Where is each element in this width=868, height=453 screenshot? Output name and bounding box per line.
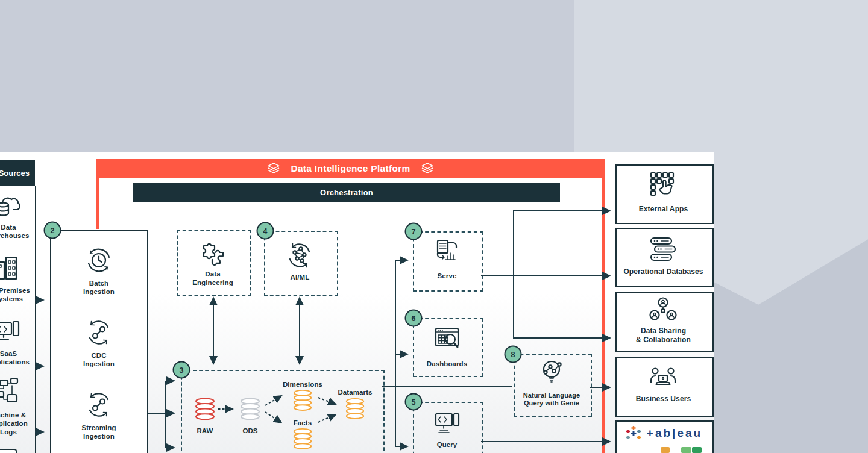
orchestration-bar: Orchestration (133, 183, 560, 202)
raw-cylinder (193, 398, 216, 423)
step-badge-7: 7 (405, 223, 423, 240)
query-label: Query (413, 440, 481, 449)
genie-bulb-icon (538, 358, 567, 387)
facts-label: Facts (278, 419, 327, 427)
dashboards-icon (432, 324, 462, 354)
partial-logo-green-light (681, 447, 691, 453)
step-badge-5: 5 (405, 393, 423, 411)
data-sources-header: Data Sources (0, 160, 35, 186)
query-icon (432, 410, 462, 440)
cdc-ingestion-label: CDC Ingestion (63, 351, 135, 368)
source-partial-icon (0, 449, 17, 453)
partial-logo-yellow (661, 447, 670, 453)
operational-databases-label: Operational Databases (615, 267, 711, 276)
sharing-network-icon (648, 296, 678, 326)
batch-ingestion-label: Batch Ingestion (63, 279, 135, 296)
cdc-ingestion-icon (83, 317, 115, 348)
platform-title-bar: Data Intelligence Platform (96, 159, 605, 178)
datamarts-label: Datamarts (331, 388, 379, 396)
ods-label: ODS (226, 426, 274, 435)
tableau-wordmark: +ab|eau (647, 426, 702, 440)
databricks-logo-icon (420, 162, 435, 175)
step-badge-8: 8 (505, 346, 522, 363)
business-users-label: Business Users (615, 395, 711, 404)
dashboards-label: Dashboards (413, 360, 481, 368)
data-sources-title: Data Sources (0, 169, 30, 178)
partial-logo-green-dark (692, 447, 702, 453)
ods-cylinder (239, 398, 262, 423)
databricks-logo-icon (266, 162, 281, 175)
serve-label: Serve (413, 272, 481, 280)
puzzle-icon (199, 240, 227, 267)
serve-icon (433, 237, 462, 266)
step-badge-6: 6 (405, 310, 423, 327)
diagram-screenshot: Data Intelligence Platform Orchestration… (0, 0, 868, 453)
dimensions-label: Dimensions (278, 380, 327, 389)
step-badge-2: 2 (44, 222, 61, 239)
genie-label: Natural Language Query with Genie (514, 392, 590, 408)
orchestration-label: Orchestration (320, 188, 373, 197)
datamarts-cylinder (344, 398, 366, 422)
facts-cylinder (292, 428, 313, 452)
data-engineering-label: Data Engineering (177, 270, 249, 287)
raw-label: RAW (181, 426, 229, 435)
tableau-mark-icon (624, 424, 643, 442)
external-apps-icon (647, 170, 679, 201)
step-badge-3: 3 (173, 361, 190, 379)
batch-ingestion-icon (83, 245, 115, 276)
streaming-ingestion-label: Streaming Ingestion (63, 423, 135, 440)
server-stack-icon (648, 235, 678, 265)
data-sources-column (0, 186, 36, 453)
data-sharing-label: Data Sharing & Collaboration (615, 326, 711, 344)
external-apps-label: External Apps (615, 205, 711, 214)
step-badge-4: 4 (257, 222, 274, 240)
platform-title: Data Intelligence Platform (291, 163, 410, 174)
ai-ml-label: AI/ML (264, 273, 336, 281)
network-icon (284, 240, 315, 271)
dimensions-cylinder (292, 389, 313, 414)
tableau-logo: +ab|eau (615, 424, 711, 442)
business-users-icon (648, 366, 678, 390)
streaming-ingestion-icon (83, 389, 115, 420)
